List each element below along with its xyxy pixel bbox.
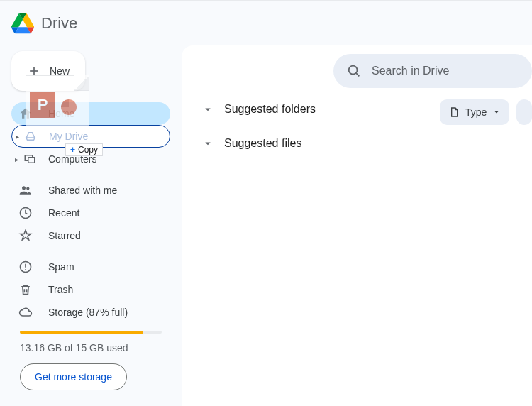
expand-icon[interactable]: ▸ xyxy=(16,133,23,141)
sidebar-item-label: Recent xyxy=(48,207,79,219)
people-icon xyxy=(18,183,33,197)
section-title: Suggested folders xyxy=(224,103,316,116)
sidebar-item-label: My Drive xyxy=(49,131,88,142)
search-icon xyxy=(346,63,362,79)
chip-label: Type xyxy=(465,106,487,118)
get-more-storage-button[interactable]: Get more storage xyxy=(20,363,127,390)
drive-logo-icon xyxy=(11,12,34,35)
drive-icon xyxy=(24,130,37,143)
section-title: Suggested files xyxy=(224,137,301,150)
plus-icon: + xyxy=(70,145,75,155)
sidebar: New Home ▸ My Drive ▸ Computers xyxy=(0,45,182,390)
suggested-files-toggle[interactable]: Suggested files xyxy=(201,126,532,160)
search-placeholder: Search in Drive xyxy=(372,65,449,77)
svg-point-2 xyxy=(22,186,26,190)
filter-chip-type[interactable]: Type xyxy=(440,99,509,125)
storage-fill xyxy=(20,331,143,334)
chevron-down-icon xyxy=(492,108,501,116)
svg-point-3 xyxy=(26,187,29,190)
sidebar-item-recent[interactable]: Recent xyxy=(11,202,170,224)
clock-icon xyxy=(18,206,33,220)
sidebar-item-shared[interactable]: Shared with me xyxy=(11,179,170,202)
sidebar-item-label: Shared with me xyxy=(48,185,117,196)
drive-logo-lockup[interactable]: Drive xyxy=(11,12,77,35)
sidebar-item-starred[interactable]: Starred xyxy=(11,224,170,247)
plus-icon xyxy=(27,64,41,78)
copy-label: Copy xyxy=(78,145,98,155)
home-icon xyxy=(18,106,33,121)
sidebar-item-spam[interactable]: Spam xyxy=(11,256,170,278)
new-button-label: New xyxy=(50,65,70,77)
sidebar-item-home[interactable]: Home xyxy=(11,102,170,125)
svg-point-7 xyxy=(349,66,358,75)
search-input[interactable]: Search in Drive xyxy=(333,54,532,88)
storage-used-text: 13.16 GB of 15 GB used xyxy=(20,342,162,353)
svg-rect-1 xyxy=(28,158,35,163)
sidebar-item-label: Trash xyxy=(48,284,73,295)
sidebar-item-trash[interactable]: Trash xyxy=(11,278,170,301)
sidebar-item-storage[interactable]: Storage (87% full) xyxy=(11,301,170,324)
chevron-down-icon xyxy=(201,103,214,116)
new-button[interactable]: New xyxy=(11,51,85,91)
svg-point-6 xyxy=(25,269,26,270)
sidebar-item-label: Storage (87% full) xyxy=(48,307,128,318)
computers-icon xyxy=(23,153,36,165)
filter-chip-more[interactable] xyxy=(516,99,532,125)
file-icon xyxy=(448,106,460,118)
trash-icon xyxy=(18,282,33,297)
chevron-down-icon xyxy=(201,137,214,150)
storage-bar xyxy=(20,331,162,334)
sidebar-item-label: Home xyxy=(48,108,74,119)
cloud-icon xyxy=(18,305,33,319)
expand-icon[interactable]: ▸ xyxy=(15,155,22,163)
sidebar-item-label: Spam xyxy=(48,261,74,273)
app-title: Drive xyxy=(41,14,77,33)
drag-tooltip-copy: + Copy xyxy=(65,143,103,156)
sidebar-item-label: Starred xyxy=(48,230,81,241)
spam-icon xyxy=(18,260,33,274)
star-icon xyxy=(18,229,33,243)
